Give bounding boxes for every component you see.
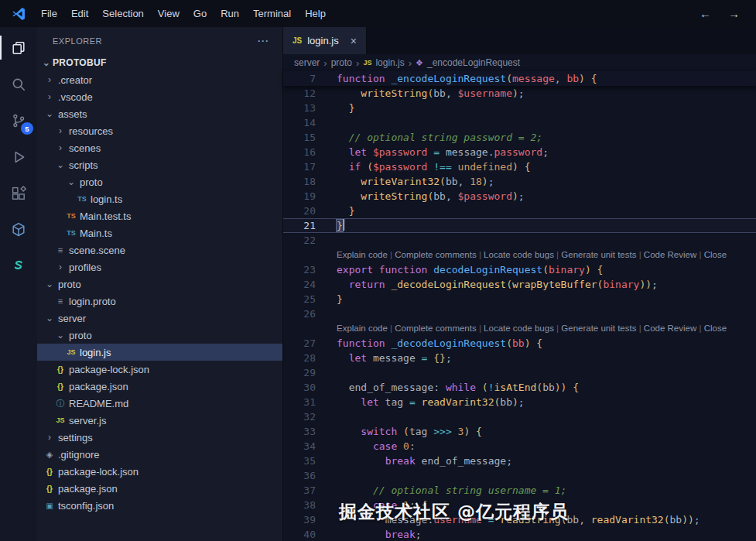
line-number[interactable]: 16 xyxy=(283,145,316,159)
menu-edit[interactable]: Edit xyxy=(64,5,95,22)
tree-file-main-ts[interactable]: TSMain.ts xyxy=(37,224,282,241)
tree-file-login-proto[interactable]: ≡login.proto xyxy=(37,293,282,310)
menu-run[interactable]: Run xyxy=(214,5,246,22)
code-line-36[interactable]: 36 xyxy=(283,468,756,483)
code-line-19[interactable]: 19 writeString(bb, $password); xyxy=(283,189,756,204)
tree-folder-proto[interactable]: ⌄proto xyxy=(37,276,282,293)
code-line-33[interactable]: 33 switch (tag >>> 3) { xyxy=(283,424,756,439)
line-number[interactable]: 38 xyxy=(283,498,316,512)
code-line-37[interactable]: 37 // optional string username = 1; xyxy=(283,483,756,498)
codelens-locate-code-bugs[interactable]: Locate code bugs xyxy=(484,250,554,259)
code-line-22[interactable]: 22 xyxy=(283,233,756,248)
breadcrumb-item[interactable]: login.js xyxy=(375,57,404,68)
line-number[interactable]: 33 xyxy=(283,424,316,439)
tree-folder-profiles[interactable]: ›profiles xyxy=(37,259,282,276)
codelens-code-review[interactable]: Code Review xyxy=(644,250,696,259)
tree-file-package-json[interactable]: {}package.json xyxy=(37,480,282,497)
code-line-32[interactable]: 32 xyxy=(283,409,756,424)
line-number[interactable]: 26 xyxy=(283,306,316,321)
codelens-complete-comments[interactable]: Complete comments xyxy=(395,324,476,333)
codelens-complete-comments[interactable]: Complete comments xyxy=(395,250,476,259)
menu-go[interactable]: Go xyxy=(186,5,214,22)
close-tab-icon[interactable]: × xyxy=(351,35,357,47)
code-line-40[interactable]: 40 break; xyxy=(283,527,756,541)
line-number[interactable]: 13 xyxy=(283,101,316,115)
code-line-18[interactable]: 18 writeVarint32(bb, 18); xyxy=(283,174,756,189)
line-number[interactable]: 25 xyxy=(283,292,316,306)
tree-file-scene-scene[interactable]: ≡scene.scene xyxy=(37,241,282,259)
line-number[interactable]: 27 xyxy=(283,336,316,351)
line-number[interactable]: 21 xyxy=(283,218,316,233)
codelens-explain-code[interactable]: Explain code xyxy=(337,250,388,259)
code-line-28[interactable]: 28 let message = {}; xyxy=(283,351,756,365)
menu-selection[interactable]: Selection xyxy=(95,5,150,22)
tree-file-package-lock-json[interactable]: {}package-lock.json xyxy=(37,361,282,378)
line-number[interactable]: 17 xyxy=(283,159,316,174)
activity-extensions-button[interactable] xyxy=(0,175,37,211)
tree-folder-resources[interactable]: ›resources xyxy=(37,122,282,139)
line-number[interactable]: 18 xyxy=(283,174,316,189)
codelens-generate-unit-tests[interactable]: Generate unit tests xyxy=(561,250,636,259)
tree-file-gitignore[interactable]: ◈.gitignore xyxy=(37,446,282,463)
code-line-27[interactable]: 27function _decodeLoginRequest(bb) { xyxy=(283,336,756,351)
code-line-13[interactable]: 13 } xyxy=(283,101,756,115)
tree-folder-creator[interactable]: ›.creator xyxy=(37,71,282,88)
code-line-12[interactable]: 12 writeString(bb, $username); xyxy=(283,86,756,101)
line-number[interactable]: 29 xyxy=(283,365,316,380)
code-line-26[interactable]: 26 xyxy=(283,306,756,321)
line-number[interactable]: 40 xyxy=(283,527,316,541)
line-number[interactable]: 32 xyxy=(283,409,316,424)
code-line-29[interactable]: 29 xyxy=(283,365,756,380)
codelens-locate-code-bugs[interactable]: Locate code bugs xyxy=(484,324,554,333)
activity-source-control-button[interactable]: 5 xyxy=(0,102,37,139)
code-line-14[interactable]: 14 xyxy=(283,115,756,130)
codelens-code-review[interactable]: Code Review xyxy=(644,324,696,333)
tree-folder-scenes[interactable]: ›scenes xyxy=(37,139,282,156)
tree-file-server-js[interactable]: JSserver.js xyxy=(37,412,282,429)
tree-folder-proto[interactable]: ⌄proto xyxy=(37,173,282,190)
tree-file-login-js[interactable]: JSlogin.js xyxy=(37,344,282,361)
line-number[interactable]: 39 xyxy=(283,512,316,527)
more-actions-icon[interactable]: ⋯ xyxy=(249,34,276,48)
navigate-forward-icon[interactable]: → xyxy=(720,5,748,22)
tree-folder-server[interactable]: ⌄server xyxy=(37,310,282,327)
tab-login-js[interactable]: JS login.js × xyxy=(283,27,367,54)
line-number[interactable]: 37 xyxy=(283,483,316,498)
activity-s-extension-button[interactable] xyxy=(0,248,37,284)
navigate-back-icon[interactable]: ← xyxy=(691,5,720,22)
line-number[interactable]: 35 xyxy=(283,454,316,468)
tree-folder-assets[interactable]: ⌄assets xyxy=(37,105,282,122)
line-number[interactable]: 19 xyxy=(283,189,316,204)
menu-file[interactable]: File xyxy=(34,5,64,22)
code-line-34[interactable]: 34 case 0: xyxy=(283,439,756,454)
tree-folder-settings[interactable]: ›settings xyxy=(37,429,282,446)
line-number[interactable]: 23 xyxy=(283,262,316,277)
code-line-21[interactable]: 21} xyxy=(283,218,756,233)
activity-explorer-button[interactable] xyxy=(0,29,37,66)
menu-help[interactable]: Help xyxy=(298,5,333,22)
code-line-31[interactable]: 31 let tag = readVarint32(bb); xyxy=(283,395,756,409)
line-number[interactable]: 20 xyxy=(283,204,316,218)
line-number[interactable]: 36 xyxy=(283,468,316,483)
activity-run-debug-button[interactable] xyxy=(0,139,37,175)
tree-folder-vscode[interactable]: ›.vscode xyxy=(37,88,282,105)
line-number[interactable]: 12 xyxy=(283,86,316,101)
tree-file-login-ts[interactable]: TSlogin.ts xyxy=(37,190,282,207)
breadcrumb-item[interactable]: proto xyxy=(331,57,352,68)
codelens-close[interactable]: Close xyxy=(704,250,727,259)
breadcrumb-item[interactable]: server xyxy=(294,57,320,68)
line-number[interactable]: 28 xyxy=(283,351,316,365)
workspace-section-header[interactable]: ⌄ PROTOBUF xyxy=(37,54,282,71)
menu-view[interactable]: View xyxy=(151,5,186,22)
tree-folder-scripts[interactable]: ⌄scripts xyxy=(37,156,282,173)
line-number[interactable]: 30 xyxy=(283,380,316,395)
tree-file-package-json[interactable]: {}package.json xyxy=(37,378,282,395)
code-line-24[interactable]: 24 return _decodeLoginRequest(wrapByteBu… xyxy=(283,277,756,292)
code-line-15[interactable]: 15 // optional string password = 2; xyxy=(283,130,756,145)
line-number[interactable]: 15 xyxy=(283,130,316,145)
line-number[interactable]: 31 xyxy=(283,395,316,409)
code-line-35[interactable]: 35 break end_of_message; xyxy=(283,454,756,468)
line-number[interactable]: 24 xyxy=(283,277,316,292)
activity-search-button[interactable] xyxy=(0,66,37,102)
activity-cube-extension-button[interactable] xyxy=(0,211,37,248)
